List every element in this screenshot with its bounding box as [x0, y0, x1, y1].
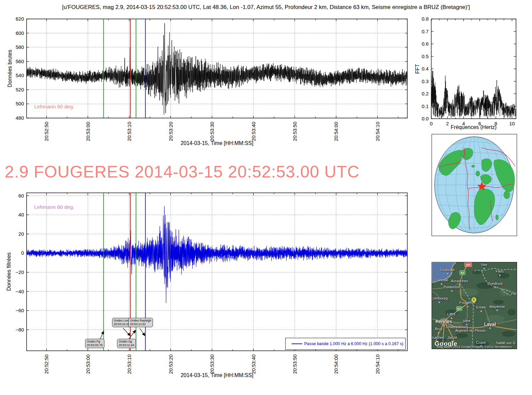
- svg-text:20: 20: [18, 231, 24, 237]
- svg-text:0.5: 0.5: [422, 54, 429, 59]
- map-town-dot: [441, 283, 443, 285]
- map-town-dot: [483, 268, 485, 269]
- map-town-dot: [496, 310, 498, 311]
- svg-text:0.4: 0.4: [422, 66, 429, 71]
- svg-text:−60: −60: [16, 308, 24, 313]
- map-place-label: Guichen: [432, 335, 444, 339]
- svg-text:20:53:00: 20:53:00: [85, 122, 91, 141]
- road-badge: E3: [460, 270, 465, 275]
- plot-frame: [27, 193, 407, 351]
- svg-text:20:53:00: 20:53:00: [85, 354, 91, 374]
- phase-name: Ondes Pg: [87, 340, 103, 343]
- svg-text:20:52:50: 20:52:50: [44, 354, 49, 374]
- phase-name: Ondes Rayleigh: [130, 319, 151, 323]
- map-place-label: Flers: [496, 269, 504, 273]
- globe-image: [432, 134, 517, 236]
- annotation-arrow: [140, 328, 145, 336]
- svg-text:20:53:30: 20:53:30: [209, 354, 215, 374]
- map-place-label: Janzé: [448, 335, 457, 339]
- svg-text:20:53:10: 20:53:10: [126, 122, 132, 141]
- svg-text:20:53:50: 20:53:50: [292, 354, 298, 374]
- map-place-label: Avranches: [451, 279, 468, 283]
- fft-spectrum: [431, 70, 516, 118]
- filtered-station-label: Lehmann 60 deg.: [34, 204, 74, 210]
- svg-text:0.1: 0.1: [422, 103, 429, 109]
- map-place-label: Ernée: [476, 305, 486, 309]
- svg-text:20:54:10: 20:54:10: [375, 354, 380, 374]
- map-place-label: Châteaubourg: [446, 325, 468, 329]
- road-badge: A84: [465, 263, 472, 267]
- svg-text:−40: −40: [16, 289, 24, 294]
- svg-text:0.7: 0.7: [422, 29, 429, 34]
- map-place-label: Rennes: [435, 319, 452, 324]
- map-place-label: Craon: [476, 340, 486, 344]
- phase-annotation: Ondes Sg20:53:11.64: [117, 339, 136, 348]
- map-town-dot: [494, 287, 496, 288]
- svg-text:0.6: 0.6: [422, 41, 429, 47]
- map-town-dot: [438, 332, 440, 333]
- raw-y-axis-label: Données brutes: [7, 35, 13, 102]
- figure-title: [u'FOUGERES, mag 2.9, 2014-03-15 20:52:5…: [0, 4, 532, 11]
- map-place-label: Domfront: [487, 282, 502, 286]
- plot-raw: 48050052054056058060062020:52:5020:53:00…: [16, 16, 407, 141]
- map-town-dot: [480, 310, 482, 312]
- map-town-dot: [438, 301, 440, 303]
- phase-name: Ondes Sg: [119, 340, 134, 343]
- svg-text:−20: −20: [16, 269, 24, 275]
- map-place-label: Mayenne: [489, 305, 505, 309]
- fft-y-axis-label: FFT: [415, 52, 421, 85]
- svg-text:20:53:40: 20:53:40: [251, 122, 256, 141]
- location-map: GranvilleVireFlersCancaleAvranchesDomfro…: [432, 262, 517, 349]
- svg-text:20:54:00: 20:54:00: [333, 122, 339, 141]
- map-place-label: Vire: [481, 263, 487, 267]
- legend-label: Passe bande 1.000 Hz a 6.000 Hz (1.000 s…: [302, 341, 405, 346]
- waveform-filtered: [27, 206, 407, 303]
- phase-annotation: Ondes Pg20:53:03.79: [85, 339, 104, 348]
- svg-text:60: 60: [18, 193, 24, 198]
- phase-time: 20:53:03.79: [87, 343, 103, 347]
- svg-text:0.0: 0.0: [422, 116, 429, 121]
- map-place-label: Bruz: [435, 327, 443, 331]
- axis-ticks: [27, 193, 407, 351]
- map-town-dot: [447, 273, 448, 274]
- svg-text:600: 600: [16, 30, 24, 36]
- map-attribution: Map data ©2014 Google Imagery ©2014 Terr…: [432, 345, 517, 348]
- map-town-dot: [451, 290, 453, 292]
- svg-text:0.3: 0.3: [422, 78, 429, 84]
- map-place-label: Sablé-sur-S: [496, 341, 515, 345]
- map-town-dot: [467, 306, 468, 307]
- phase-time: 20:53:11.64: [119, 343, 134, 347]
- svg-text:620: 620: [16, 16, 24, 22]
- filtered-y-axis-label: Données filtrées: [6, 235, 12, 308]
- figure: 48050052054056058060062020:52:5020:53:00…: [0, 0, 532, 395]
- map-pin-label: E: [471, 297, 476, 302]
- map-place-label: Pontorson: [444, 285, 460, 289]
- phase-name: Ondes Love: [114, 319, 130, 323]
- filtered-x-axis-label: 2014-03-15, Time [HH:MM:SS]: [27, 372, 407, 378]
- fft-x-axis-label: Fréquences (Hertz): [431, 124, 516, 130]
- svg-text:20:54:00: 20:54:00: [333, 354, 339, 374]
- svg-text:0.2: 0.2: [422, 91, 429, 96]
- waveform-raw: [27, 23, 407, 115]
- svg-text:20:53:20: 20:53:20: [168, 354, 174, 374]
- phase-annotation: Ondes Rayleigh20:53:13.91: [128, 318, 153, 327]
- svg-text:560: 560: [16, 59, 24, 64]
- svg-text:500: 500: [16, 101, 24, 106]
- map-place-label: Liffré: [448, 312, 456, 316]
- annotation-arrow: [100, 331, 104, 339]
- map-place-label: Cancale: [435, 278, 448, 282]
- map-place-label: Combourg: [432, 296, 448, 300]
- map-place-label: Granville: [440, 268, 455, 272]
- road-badge: E3: [456, 307, 462, 311]
- grid: [27, 193, 407, 351]
- legend-line-sample: [292, 343, 302, 344]
- map-place-label: Vitré: [463, 319, 470, 323]
- svg-text:20:52:50: 20:52:50: [44, 122, 49, 141]
- svg-text:580: 580: [16, 44, 24, 50]
- svg-text:0: 0: [21, 250, 24, 256]
- svg-text:20:53:10: 20:53:10: [126, 354, 132, 374]
- raw-station-label: Lehmann 60 deg.: [34, 104, 74, 110]
- svg-text:20:54:10: 20:54:10: [375, 122, 380, 141]
- raw-x-axis-label: 2014-03-15, Time [HH:MM:SS]: [27, 140, 407, 146]
- phase-time: 20:53:13.91: [130, 323, 151, 326]
